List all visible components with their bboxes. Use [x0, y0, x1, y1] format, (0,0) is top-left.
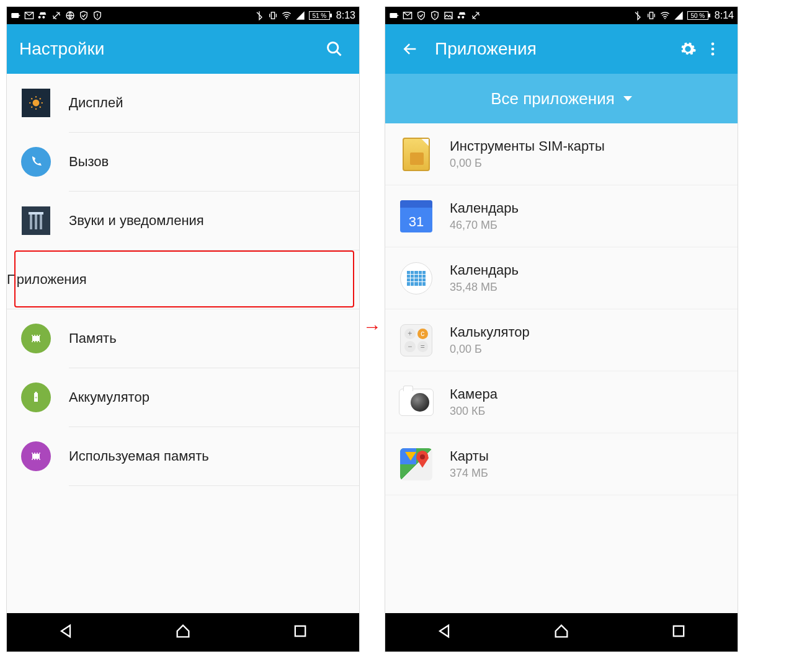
bluetooth-icon	[633, 11, 643, 20]
app-item-calendar[interactable]: Календарь 35,48 МБ	[385, 247, 738, 309]
svg-point-24	[434, 17, 435, 17]
svg-point-31	[711, 43, 715, 46]
app-item-maps[interactable]: Карты 374 МБ	[385, 433, 738, 495]
incognito-icon	[457, 11, 467, 20]
svg-point-5	[97, 17, 97, 17]
chevron-down-icon	[623, 96, 632, 101]
bluetooth-icon	[254, 11, 264, 20]
svg-line-11	[337, 51, 341, 56]
phone-icon	[21, 147, 51, 177]
status-right-icons: 50 % 8:14	[633, 10, 734, 21]
app-name: Карты	[450, 448, 489, 464]
arrow-back-icon	[401, 40, 419, 58]
app-size: 35,48 МБ	[450, 281, 519, 294]
signal-icon	[295, 11, 305, 20]
app-size: 0,00 Б	[450, 157, 605, 170]
settings-item-storage[interactable]: Память	[69, 309, 359, 368]
svg-text:+: +	[35, 395, 38, 400]
status-left-icons	[389, 11, 481, 20]
settings-item-sound[interactable]: Звуки и уведомления	[69, 192, 359, 250]
svg-point-30	[664, 18, 666, 19]
equalizer-icon	[22, 206, 50, 235]
sim-card-icon	[403, 138, 430, 171]
apps-list: Инструменты SIM-карты 0,00 Б 31 Календар…	[385, 123, 738, 613]
svg-line-26	[473, 12, 480, 19]
sync-off-icon	[471, 11, 481, 20]
wifi-icon	[282, 11, 292, 20]
svg-rect-19	[32, 454, 40, 459]
svg-point-32	[711, 48, 715, 51]
shield-check-icon	[79, 11, 89, 20]
settings-item-apps[interactable]: Приложения	[7, 250, 359, 309]
status-time: 8:13	[336, 10, 355, 21]
google-maps-icon	[400, 448, 432, 480]
settings-item-label: Дисплей	[69, 95, 123, 111]
memory-icon	[21, 324, 51, 353]
settings-item-used-memory[interactable]: Используемая память	[69, 427, 359, 486]
phone-apps: 50 % 8:14 Приложения Все приложения Инст…	[385, 6, 738, 652]
settings-item-label: Память	[69, 330, 117, 347]
nav-recent[interactable]	[670, 622, 687, 642]
app-size: 0,00 Б	[450, 343, 530, 356]
app-item-sim[interactable]: Инструменты SIM-карты 0,00 Б	[385, 123, 738, 185]
gear-icon	[679, 40, 697, 58]
settings-button[interactable]	[676, 37, 700, 61]
calendar-icon	[400, 262, 432, 294]
back-button[interactable]	[398, 37, 422, 61]
settings-item-call[interactable]: Вызов	[69, 133, 359, 192]
nav-bar	[385, 613, 738, 652]
svg-point-12	[33, 100, 40, 107]
settings-item-label: Вызов	[69, 154, 109, 170]
app-bar: Настройки	[7, 24, 359, 74]
gmail-icon	[24, 11, 34, 20]
nav-recent[interactable]	[292, 622, 309, 642]
svg-rect-0	[11, 13, 19, 18]
svg-line-2	[53, 12, 60, 19]
settings-item-label: Приложения	[7, 272, 87, 288]
status-bar: 50 % 8:14	[385, 7, 738, 24]
image-icon	[444, 11, 453, 20]
svg-rect-15	[32, 336, 40, 341]
page-title: Приложения	[435, 39, 676, 59]
svg-point-10	[328, 43, 338, 53]
svg-rect-6	[271, 12, 274, 19]
app-item-calculator[interactable]: +c−= Калькулятор 0,00 Б	[385, 309, 738, 371]
wifi-icon	[660, 11, 670, 20]
camera-icon	[399, 389, 434, 416]
app-item-google-calendar[interactable]: 31 Календарь 46,70 МБ	[385, 185, 738, 247]
globe-icon	[65, 11, 75, 20]
shield-alert-icon	[92, 11, 102, 20]
shield-check-icon	[416, 11, 426, 20]
ram-icon	[21, 441, 51, 471]
google-calendar-icon: 31	[400, 200, 432, 232]
nav-back[interactable]	[435, 622, 453, 642]
battery-icon: +	[21, 382, 51, 412]
nav-home[interactable]	[174, 622, 192, 642]
nav-bar	[7, 613, 359, 652]
notification-icon	[11, 11, 20, 20]
signal-icon	[674, 11, 684, 20]
battery-indicator: 50 %	[687, 11, 708, 20]
nav-home[interactable]	[553, 622, 570, 642]
app-name: Камера	[450, 386, 497, 402]
shield-alert-icon	[430, 11, 440, 20]
status-time: 8:14	[715, 10, 734, 21]
search-icon	[326, 40, 343, 58]
search-button[interactable]	[322, 37, 347, 61]
app-name: Инструменты SIM-карты	[450, 138, 605, 154]
notification-icon	[389, 11, 399, 20]
app-item-camera[interactable]: Камера 300 КБ	[385, 371, 738, 433]
app-name: Калькулятор	[450, 324, 530, 340]
settings-item-battery[interactable]: + Аккумулятор	[69, 368, 359, 427]
more-vert-icon	[704, 40, 721, 58]
nav-back[interactable]	[57, 622, 74, 642]
more-button[interactable]	[700, 37, 725, 61]
svg-rect-34	[674, 626, 684, 636]
svg-point-33	[711, 53, 715, 56]
filter-dropdown[interactable]: Все приложения	[385, 74, 738, 123]
svg-rect-20	[295, 626, 305, 636]
vibrate-icon	[646, 11, 656, 20]
incognito-icon	[38, 11, 48, 20]
app-size: 300 КБ	[450, 405, 497, 418]
settings-item-display[interactable]: Дисплей	[69, 74, 359, 133]
